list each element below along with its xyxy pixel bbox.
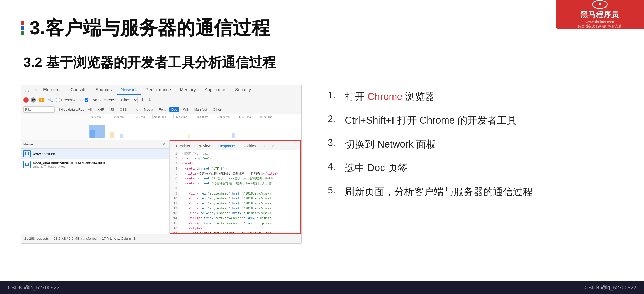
tab-network[interactable]: Network — [117, 86, 141, 95]
import-icon[interactable]: ⬆ — [140, 97, 145, 103]
ruler-15000: 15000 ms — [131, 114, 153, 119]
step-4: 4. 选中 Doc 页签 — [328, 161, 613, 174]
timeline-chart — [89, 119, 301, 140]
resp-tab-cookies[interactable]: Cookies — [239, 142, 260, 150]
preserve-log-text: Preserve log — [61, 98, 83, 102]
filter-all[interactable]: All — [86, 107, 94, 112]
resp-tab-response[interactable]: Response — [215, 142, 239, 150]
clear-button[interactable]: ⟳ — [31, 97, 36, 103]
timeline-right: 5000 ms 10000 ms 15000 ms 20000 ms 25000… — [89, 114, 301, 140]
disable-cache-checkbox[interactable] — [85, 98, 88, 102]
export-icon[interactable]: ⬇ — [147, 97, 153, 103]
hide-data-urls-checkbox[interactable] — [56, 108, 60, 111]
network-toolbar: ⟳ 🔽 🔍 Preserve log Disable cache Online … — [21, 95, 301, 105]
request-icon-0 — [23, 150, 31, 157]
tab-performance[interactable]: Performance — [141, 86, 175, 95]
request-item-1[interactable]: moor_chat.html?v=20191011&clientId=&urlT… — [21, 159, 169, 170]
devtools-tab-bar: ⬚ ▭ Elements Console Sources Network Per… — [21, 85, 301, 95]
resp-tab-preview[interactable]: Preview — [194, 142, 214, 150]
logo-area: ✦ 黑马程序员 www.itheima.com 传智播客旗下高端IT教育品牌 — [556, 0, 644, 29]
ruler-40000: 40000 ms — [237, 114, 259, 119]
line-numbers: 123456789101112131415161718 — [170, 150, 179, 233]
filter-bar: Hide data URLs All XHR JS CSS Img Media … — [21, 105, 301, 114]
tab-memory[interactable]: Memory — [176, 86, 200, 95]
filter-other[interactable]: Other — [211, 107, 223, 112]
step-3: 3. 切换到 Network 面板 — [328, 137, 613, 151]
filter-ws[interactable]: WS — [181, 107, 191, 112]
content-area: ⬚ ▭ Elements Console Sources Network Per… — [21, 85, 623, 244]
step-1-num: 1. — [328, 90, 341, 101]
preserve-log-label[interactable]: Preserve log — [56, 98, 83, 102]
request-icon-1 — [23, 161, 31, 168]
bottom-right-text: CSDN @iq_52700622 — [585, 285, 636, 291]
title-icon — [21, 21, 24, 35]
status-bar: 2 / 268 requests 33.6 KB / 6.0 MB transf… — [21, 234, 301, 243]
filter-css[interactable]: CSS — [118, 107, 129, 112]
filter-doc[interactable]: Doc — [169, 107, 179, 112]
response-panel: Headers Preview Response Cookies Timing … — [170, 140, 301, 234]
main-panel: Name ✕ www.itcast.cn — [21, 140, 301, 234]
mobile-icon[interactable]: ▭ — [32, 87, 38, 93]
step-5-text: 刷新页面，分析客户端与服务器的通信过程 — [345, 185, 533, 198]
name-column-header: Name — [23, 142, 162, 146]
throttle-select[interactable]: Online Fast 3G Slow 3G Offline — [116, 97, 138, 103]
devtools-icons: ⬚ ▭ — [23, 87, 38, 93]
title-dot-3 — [21, 31, 24, 35]
step-1-text: 打开 Chrome 浏览器 — [345, 90, 435, 103]
hide-data-urls-label[interactable]: Hide data URLs — [56, 108, 84, 111]
bottom-bar: CSDN @iq_52700622 CSDN @iq_52700622 — [0, 281, 644, 294]
ruler-5000: 5000 ms — [89, 114, 110, 119]
record-button[interactable] — [23, 97, 29, 103]
preserve-log-checkbox[interactable] — [56, 98, 60, 102]
filter-media[interactable]: Media — [142, 107, 155, 112]
logo-url: www.itheima.com — [586, 20, 614, 24]
filter-font[interactable]: Font — [157, 107, 168, 112]
filter-js[interactable]: JS — [108, 107, 116, 112]
timeline-area: 5000 ms 10000 ms 15000 ms 20000 ms 25000… — [21, 114, 301, 140]
search-icon[interactable]: 🔍 — [47, 97, 54, 103]
inspector-icon[interactable]: ⬚ — [23, 87, 30, 93]
main-container: ✦ 黑马程序员 www.itheima.com 传智播客旗下高端IT教育品牌 3… — [0, 0, 644, 294]
ruler-30000: 30000 ms — [195, 114, 216, 119]
tab-elements[interactable]: Elements — [39, 86, 66, 95]
request-item-0[interactable]: www.itcast.cn — [21, 149, 169, 159]
request-name-0: www.itcast.cn — [33, 152, 55, 156]
timeline-ruler: 5000 ms 10000 ms 15000 ms 20000 ms 25000… — [89, 114, 301, 119]
title-dot-1 — [21, 21, 24, 25]
filter-img[interactable]: Img — [131, 107, 140, 112]
page-title: 3.客户端与服务器的通信过程 — [30, 16, 270, 41]
bottom-left-text: CSDN @iq_52700622 — [8, 285, 59, 291]
logo-icon: ✦ — [597, 1, 602, 8]
step-2: 2. Ctrl+Shift+I 打开 Chrome 的开发者工具 — [328, 113, 613, 127]
code-content: <!DOCTYPE html> <html lang="en"> <head> … — [179, 150, 300, 233]
ruler-45000: 45000 ms — [259, 114, 280, 119]
step-2-text: Ctrl+Shift+I 打开 Chrome 的开发者工具 — [345, 113, 517, 127]
logo-tagline: 传智播客旗下高端IT教育品牌 — [578, 24, 622, 29]
ruler-end: 5 — [280, 114, 301, 119]
tab-sources[interactable]: Sources — [91, 86, 116, 95]
tab-console[interactable]: Console — [66, 86, 91, 95]
request-list-panel: Name ✕ www.itcast.cn — [21, 140, 170, 234]
resp-tab-timing[interactable]: Timing — [260, 142, 278, 150]
request-list-header: Name ✕ — [21, 140, 169, 149]
filter-input[interactable] — [23, 106, 55, 113]
tab-security[interactable]: Security — [231, 86, 255, 95]
step-1: 1. 打开 Chrome 浏览器 — [328, 90, 613, 103]
request-info-1: moor_chat.html?v=20191011&clientId=&urlT… — [33, 161, 108, 168]
disable-cache-label[interactable]: Disable cache — [85, 98, 114, 102]
step-3-num: 3. — [328, 137, 341, 148]
resp-tab-headers[interactable]: Headers — [172, 142, 194, 150]
page-subtitle: 3.2 基于浏览器的开发者工具分析通信过程 — [23, 54, 623, 72]
disable-cache-text: Disable cache — [89, 98, 114, 102]
step-4-text: 选中 Doc 页签 — [345, 161, 408, 174]
filter-icon[interactable]: 🔽 — [38, 97, 45, 103]
logo-circle: ✦ — [592, 0, 608, 9]
ruler-25000: 25000 ms — [174, 114, 195, 119]
close-panel-button[interactable]: ✕ — [162, 142, 165, 147]
filter-manifest[interactable]: Manifest — [192, 107, 209, 112]
step-2-num: 2. — [328, 113, 341, 124]
tab-application[interactable]: Application — [201, 86, 230, 95]
filter-xhr[interactable]: XHR — [95, 107, 106, 112]
ruler-20000: 20000 ms — [153, 114, 174, 119]
step-5: 5. 刷新页面，分析客户端与服务器的通信过程 — [328, 185, 613, 198]
